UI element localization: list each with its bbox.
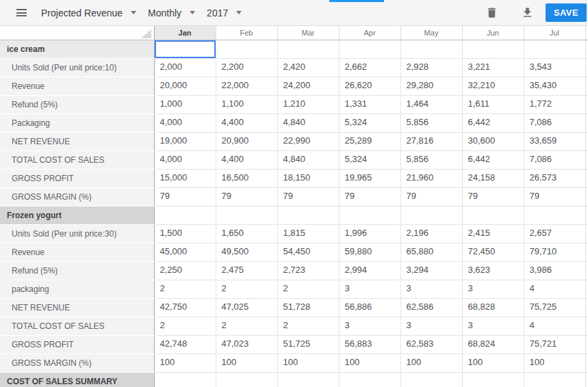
cell[interactable]: 27,816 [400, 132, 462, 150]
cell[interactable]: 1,100 [216, 95, 277, 114]
cell[interactable] [524, 40, 585, 58]
cell[interactable]: 42,750 [154, 298, 216, 317]
cell[interactable]: 100 [400, 353, 462, 372]
cell[interactable] [400, 40, 462, 58]
cell[interactable]: 26,620 [339, 77, 400, 95]
year-select[interactable]: 2017 [207, 8, 242, 18]
cell[interactable]: 59,880 [339, 243, 400, 261]
cell[interactable]: 2,250 [154, 261, 216, 280]
row-label[interactable]: TOTAL COST OF SALES [0, 317, 154, 335]
cell[interactable]: 22,990 [277, 132, 339, 150]
cell[interactable]: 19,000 [154, 132, 216, 150]
cell[interactable] [400, 372, 462, 387]
cell[interactable] [339, 206, 400, 224]
cell[interactable]: 62,583 [400, 335, 462, 353]
cell[interactable]: 18,150 [277, 169, 339, 187]
cell[interactable]: 3,623 [462, 261, 524, 280]
cell[interactable]: 49,500 [216, 243, 277, 261]
cell[interactable]: 42,748 [154, 335, 216, 353]
row-label[interactable]: GROSS MARGIN (%) [0, 353, 154, 372]
cell[interactable]: 2,200 [216, 58, 277, 77]
cell[interactable] [462, 40, 524, 58]
cell[interactable]: 79 [277, 187, 339, 206]
cell[interactable]: 68,824 [462, 335, 524, 353]
cell[interactable]: 56,883 [339, 335, 400, 353]
row-label[interactable]: Refund (5%) [0, 261, 154, 280]
cell[interactable]: 2 [154, 317, 216, 335]
cell[interactable]: 1,772 [524, 95, 585, 114]
cell[interactable]: 51,728 [277, 298, 339, 317]
report-select[interactable]: Projected Revenue [41, 8, 136, 18]
column-header-feb[interactable]: Feb [216, 26, 277, 40]
cell[interactable]: 79 [462, 187, 524, 206]
row-label[interactable]: GROSS PROFIT [0, 169, 154, 187]
cell[interactable]: 1,815 [277, 224, 339, 243]
cell[interactable]: 2,000 [154, 58, 216, 77]
row-label[interactable]: NET REVENUE [0, 298, 154, 317]
cell[interactable]: 79 [154, 187, 216, 206]
cell[interactable]: 2,662 [339, 58, 400, 77]
column-header-jan[interactable]: Jan [154, 26, 216, 40]
cell[interactable]: 79 [216, 187, 277, 206]
cell[interactable]: 24,158 [462, 169, 524, 187]
cell[interactable]: 2 [154, 280, 216, 298]
section-label[interactable]: ice cream [0, 40, 154, 58]
row-label[interactable]: TOTAL COST OF SALES [0, 150, 154, 169]
cell[interactable]: 1,650 [216, 224, 277, 243]
cell[interactable]: 24,200 [277, 77, 339, 95]
cell[interactable]: 5,856 [400, 150, 462, 169]
cell[interactable]: 1,500 [154, 224, 216, 243]
cell[interactable]: 3 [462, 280, 524, 298]
cell[interactable]: 79 [339, 187, 400, 206]
cell[interactable]: 45,000 [154, 243, 216, 261]
row-label[interactable]: Units Sold (Per unit price:30) [0, 224, 154, 243]
cell[interactable]: 1,611 [462, 95, 524, 114]
column-header-jun[interactable]: Jun [462, 26, 524, 40]
cell[interactable]: 4 [524, 317, 585, 335]
cell[interactable] [462, 372, 524, 387]
column-header-jul[interactable]: Jul [524, 26, 585, 40]
cell[interactable]: 3 [400, 317, 462, 335]
cell[interactable]: 1,210 [277, 95, 339, 114]
cell[interactable]: 54,450 [277, 243, 339, 261]
cell[interactable]: 26,573 [524, 169, 585, 187]
cell[interactable] [216, 372, 277, 387]
cell[interactable]: 3,221 [462, 58, 524, 77]
row-label[interactable]: packaging [0, 280, 154, 298]
cell[interactable]: 3,294 [400, 261, 462, 280]
cell[interactable]: 35,430 [524, 77, 585, 95]
period-select[interactable]: Monthly [148, 8, 195, 18]
cell[interactable]: 2,723 [277, 261, 339, 280]
cell[interactable]: 2 [216, 317, 277, 335]
cell[interactable]: 100 [216, 353, 277, 372]
cell[interactable]: 19,965 [339, 169, 400, 187]
cell[interactable]: 100 [339, 353, 400, 372]
cell[interactable]: 3,986 [524, 261, 585, 280]
cell[interactable] [524, 372, 585, 387]
cell[interactable]: 4,000 [154, 150, 216, 169]
cell[interactable] [524, 206, 585, 224]
cell[interactable]: 2,475 [216, 261, 277, 280]
cell[interactable]: 4,400 [216, 114, 277, 132]
cell[interactable]: 5,324 [339, 150, 400, 169]
cell[interactable]: 3 [339, 280, 400, 298]
cell[interactable]: 7,086 [524, 150, 585, 169]
cell[interactable]: 20,000 [154, 77, 216, 95]
row-label[interactable]: GROSS MARGIN (%) [0, 187, 154, 206]
cell[interactable]: 32,210 [462, 77, 524, 95]
cell[interactable]: 3 [462, 317, 524, 335]
cell[interactable] [154, 206, 216, 224]
cell[interactable]: 1,464 [400, 95, 462, 114]
cell[interactable] [400, 206, 462, 224]
cell[interactable]: 7,086 [524, 114, 585, 132]
cell[interactable]: 5,856 [400, 114, 462, 132]
cell[interactable]: 3 [400, 280, 462, 298]
cell[interactable]: 25,289 [339, 132, 400, 150]
cell[interactable]: 56,886 [339, 298, 400, 317]
cell[interactable]: 2 [277, 317, 339, 335]
cell[interactable]: 16,500 [216, 169, 277, 187]
cell[interactable]: 3 [339, 317, 400, 335]
cell[interactable]: 30,600 [462, 132, 524, 150]
column-header-mar[interactable]: Mar [277, 26, 339, 40]
row-label[interactable]: Revenue [0, 77, 154, 95]
